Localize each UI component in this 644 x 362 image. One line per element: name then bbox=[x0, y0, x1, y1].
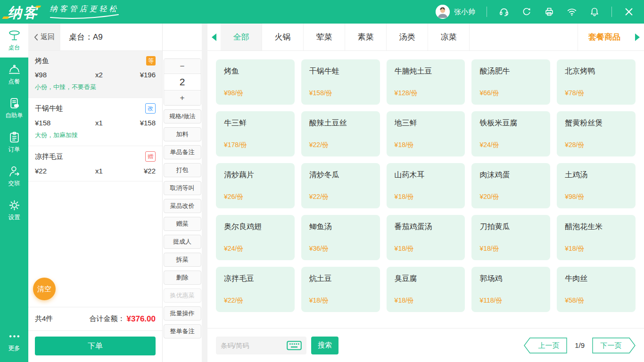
menu-card[interactable]: 刀拍黄瓜¥18/份 bbox=[471, 215, 550, 260]
clear-order-button[interactable]: 清空 bbox=[33, 278, 56, 300]
menu-card[interactable]: 番茄鸡蛋汤¥18/份 bbox=[387, 215, 465, 260]
menu-card[interactable]: 铁板米豆腐¥24/份 bbox=[471, 111, 550, 156]
menu-card[interactable]: 酸汤肥牛¥66/份 bbox=[471, 59, 550, 105]
qty-value: 2 bbox=[164, 74, 201, 90]
tagline-swoosh bbox=[49, 14, 120, 19]
menu-card[interactable]: 奥尔良鸡翅¥24/份 bbox=[216, 215, 295, 260]
sidebar-item-label: 交班 bbox=[8, 180, 20, 188]
menu-card[interactable]: 地三鲜¥18/份 bbox=[387, 111, 465, 156]
place-order-button[interactable]: 下单 bbox=[35, 337, 156, 355]
menu-card[interactable]: 干锅牛蛙¥158/份 bbox=[301, 59, 380, 105]
cloche-icon bbox=[8, 63, 21, 76]
menu-card[interactable]: 牛肉丝¥58/份 bbox=[557, 267, 636, 312]
menu-card-name: 地三鲜 bbox=[395, 118, 457, 128]
qty-plus-button[interactable]: + bbox=[164, 90, 201, 105]
menu-card-name: 凉拌毛豆 bbox=[224, 274, 287, 284]
order-item-price: ¥98 bbox=[35, 71, 95, 79]
sync-icon[interactable] bbox=[521, 6, 532, 17]
tab-0[interactable]: 全部 bbox=[221, 24, 262, 50]
order-item-1[interactable]: 干锅牛蛙 改 ¥158 x1 ¥158 大份，加麻加辣 bbox=[28, 98, 162, 146]
tab-3[interactable]: 素菜 bbox=[345, 24, 387, 50]
tab-combo-products[interactable]: 套餐商品 bbox=[578, 24, 631, 50]
search-button[interactable]: 搜索 bbox=[311, 337, 339, 354]
prev-page-button[interactable]: 上一页 bbox=[524, 337, 567, 354]
action-column-header bbox=[163, 24, 202, 51]
close-icon[interactable] bbox=[623, 6, 635, 17]
menu-card-price: ¥18/份 bbox=[395, 193, 457, 201]
sidebar-item-more[interactable]: 更多 bbox=[0, 324, 28, 358]
order-item-name: 凉拌毛豆 bbox=[35, 152, 63, 161]
pagination: 上一页 1/9 下一页 bbox=[524, 337, 636, 354]
action-button[interactable]: 拆菜 bbox=[164, 253, 201, 267]
qty-minus-button[interactable]: − bbox=[164, 59, 201, 74]
action-button[interactable]: 加料 bbox=[164, 127, 201, 141]
sidebar-item-order-food[interactable]: 点餐 bbox=[0, 58, 28, 91]
sidebar-item-shift[interactable]: 交班 bbox=[0, 159, 28, 193]
menu-card[interactable]: 醋泡花生米¥18/份 bbox=[557, 215, 636, 260]
self-order-icon bbox=[8, 97, 21, 110]
menu-card[interactable]: 山药木耳¥18/份 bbox=[387, 163, 465, 208]
sidebar-item-label: 点餐 bbox=[8, 78, 20, 86]
sidebar-item-tables[interactable]: 桌台 bbox=[0, 24, 28, 58]
menu-footer-bar: 搜索 上一页 1/9 下一页 bbox=[207, 328, 644, 362]
tabs-scroll-right-icon[interactable] bbox=[631, 24, 644, 50]
action-button[interactable]: 打包 bbox=[164, 163, 201, 177]
svg-text:下一页: 下一页 bbox=[601, 341, 622, 349]
barcode-search-input[interactable] bbox=[221, 342, 287, 349]
order-item-list: 烤鱼 等 ¥98 x2 ¥196 小份，中辣，不要香菜 干锅牛蛙 改 ¥158 … bbox=[28, 51, 162, 307]
menu-card[interactable]: 鲫鱼汤¥36/份 bbox=[301, 215, 380, 260]
menu-card-name: 清炒冬瓜 bbox=[309, 170, 372, 180]
menu-card[interactable]: 郭场鸡¥118/份 bbox=[471, 267, 550, 312]
menu-card[interactable]: 肉沫鸡蛋¥20/份 bbox=[471, 163, 550, 208]
menu-card[interactable]: 牛三鲜¥178/份 bbox=[216, 111, 295, 156]
menu-card[interactable]: 蟹黄粉丝煲¥28/份 bbox=[557, 111, 636, 156]
user-menu[interactable]: 张小帅 bbox=[436, 5, 475, 19]
keyboard-icon[interactable] bbox=[287, 341, 302, 350]
action-button[interactable]: 删除 bbox=[164, 271, 201, 285]
order-item-2[interactable]: 凉拌毛豆 赠 ¥22 x1 ¥22 bbox=[28, 146, 162, 181]
sidebar-item-settings[interactable]: 设置 bbox=[0, 193, 28, 227]
menu-card[interactable]: 清炒冬瓜¥22/份 bbox=[301, 163, 380, 208]
sidebar-item-label: 订单 bbox=[8, 146, 20, 154]
tabs-scroll-left-icon[interactable] bbox=[207, 24, 221, 50]
menu-card-price: ¥128/份 bbox=[395, 89, 457, 98]
action-button[interactable]: 整单备注 bbox=[164, 324, 201, 338]
sidebar-item-self-order[interactable]: 自助单 bbox=[0, 91, 28, 125]
support-icon[interactable] bbox=[498, 6, 510, 17]
menu-card-name: 酸汤肥牛 bbox=[479, 66, 542, 76]
menu-card[interactable]: 清炒藕片¥26/份 bbox=[216, 163, 295, 208]
menu-card[interactable]: 酸辣土豆丝¥22/份 bbox=[301, 111, 380, 156]
menu-card[interactable]: 牛腩炖土豆¥128/份 bbox=[387, 59, 465, 105]
action-button[interactable]: 菜品改价 bbox=[164, 199, 201, 213]
tab-2[interactable]: 荤菜 bbox=[304, 24, 345, 50]
action-button[interactable]: 规格/做法 bbox=[164, 109, 201, 123]
menu-card[interactable]: 炕土豆¥18/份 bbox=[301, 267, 380, 312]
tab-5[interactable]: 凉菜 bbox=[428, 24, 470, 50]
menu-card[interactable]: 凉拌毛豆¥22/份 bbox=[216, 267, 295, 312]
header-actions: 张小帅 bbox=[436, 5, 644, 19]
sidebar-item-orders[interactable]: 订单 bbox=[0, 125, 28, 159]
page-indicator: 1/9 bbox=[575, 341, 585, 349]
order-item-0[interactable]: 烤鱼 等 ¥98 x2 ¥196 小份，中辣，不要香菜 bbox=[28, 51, 162, 98]
tab-4[interactable]: 汤类 bbox=[387, 24, 428, 50]
action-button[interactable]: 取消等叫 bbox=[164, 181, 201, 195]
back-button[interactable]: 返回 bbox=[28, 24, 60, 50]
wifi-icon[interactable] bbox=[566, 6, 578, 17]
action-button[interactable]: 批量操作 bbox=[164, 306, 201, 321]
menu-card-name: 北京烤鸭 bbox=[565, 66, 627, 76]
menu-card-price: ¥98/份 bbox=[224, 89, 287, 98]
action-button[interactable]: 赠菜 bbox=[164, 217, 201, 231]
printer-icon[interactable] bbox=[544, 6, 555, 17]
next-page-button[interactable]: 下一页 bbox=[592, 337, 636, 354]
menu-card[interactable]: 北京烤鸭¥78/份 bbox=[557, 59, 636, 105]
action-button[interactable]: 提成人 bbox=[164, 235, 201, 249]
menu-card[interactable]: 土鸡汤¥98/份 bbox=[557, 163, 636, 208]
tab-1[interactable]: 火锅 bbox=[262, 24, 304, 50]
menu-card-price: ¥18/份 bbox=[395, 296, 457, 305]
menu-grid: 烤鱼¥98/份干锅牛蛙¥158/份牛腩炖土豆¥128/份酸汤肥牛¥66/份北京烤… bbox=[207, 51, 644, 328]
menu-card[interactable]: 臭豆腐¥18/份 bbox=[387, 267, 465, 312]
menu-card[interactable]: 烤鱼¥98/份 bbox=[216, 59, 295, 105]
divider bbox=[487, 7, 487, 17]
bell-icon[interactable] bbox=[589, 6, 600, 17]
action-button[interactable]: 单品备注 bbox=[164, 145, 201, 159]
